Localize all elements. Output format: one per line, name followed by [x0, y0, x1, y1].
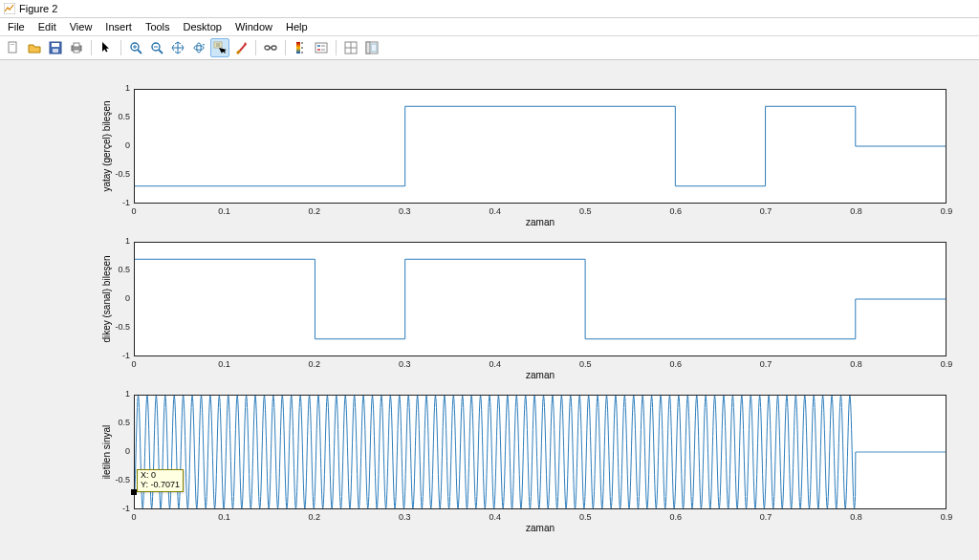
svg-rect-25 — [296, 42, 300, 54]
y-axis-label: yatay (gerçel) bileşen — [101, 89, 112, 204]
x-tick: 0.5 — [574, 206, 597, 216]
x-tick: 0.3 — [393, 512, 416, 522]
menu-desktop[interactable]: Desktop — [184, 21, 222, 32]
x-tick: 0.4 — [484, 206, 507, 216]
svg-rect-7 — [74, 43, 79, 47]
zoom-in-icon[interactable] — [126, 38, 145, 57]
plot-tools-icon[interactable] — [362, 38, 381, 57]
svg-rect-0 — [4, 3, 15, 14]
datatip-y: Y: -0.7071 — [141, 481, 180, 490]
rotate3d-icon[interactable] — [189, 38, 208, 57]
x-tick: 0 — [122, 512, 145, 522]
figure-toolbar — [0, 36, 979, 60]
menu-file[interactable]: File — [8, 21, 25, 32]
window-title: Figure 2 — [19, 3, 57, 14]
x-tick: 0.6 — [664, 512, 687, 522]
menu-view[interactable]: View — [70, 21, 93, 32]
data-cursor-marker — [131, 489, 137, 495]
data-cursor-icon[interactable] — [210, 38, 229, 57]
x-tick: 0.1 — [212, 359, 235, 369]
save-icon[interactable] — [46, 38, 65, 57]
x-tick: 0.9 — [935, 206, 958, 216]
svg-rect-18 — [214, 42, 222, 48]
svg-rect-8 — [74, 50, 79, 53]
x-tick: 0.6 — [664, 206, 687, 216]
open-icon[interactable] — [25, 38, 44, 57]
colorbar-icon[interactable] — [291, 38, 310, 57]
x-axis-label: zaman — [134, 370, 946, 380]
axes-2[interactable] — [134, 242, 946, 356]
x-axis-label: zaman — [134, 523, 946, 533]
y-axis-label: iletilen sinyal — [101, 395, 112, 509]
x-tick: 0.9 — [935, 512, 958, 522]
axes-3[interactable] — [134, 395, 946, 509]
svg-rect-29 — [315, 43, 327, 53]
legend-icon[interactable] — [312, 38, 331, 57]
subplot-icon[interactable] — [341, 38, 360, 57]
x-tick: 0.1 — [212, 206, 235, 216]
x-tick: 0 — [122, 206, 145, 216]
svg-rect-38 — [366, 42, 370, 54]
x-tick: 0.2 — [303, 512, 326, 522]
x-tick: 0.3 — [393, 359, 416, 369]
x-tick: 0.7 — [754, 206, 777, 216]
x-tick: 0.7 — [754, 512, 777, 522]
x-tick: 0.5 — [574, 359, 597, 369]
toolbar-separator — [255, 40, 256, 55]
menu-edit[interactable]: Edit — [38, 21, 56, 32]
menu-help[interactable]: Help — [286, 21, 308, 32]
x-tick: 0.5 — [574, 512, 597, 522]
plot-line-3 — [135, 396, 946, 508]
title-bar: Figure 2 — [0, 0, 979, 18]
svg-line-14 — [159, 50, 163, 54]
x-tick: 0.2 — [303, 206, 326, 216]
figure-app-icon — [4, 3, 15, 14]
svg-point-16 — [194, 46, 204, 50]
x-tick: 0.7 — [754, 359, 777, 369]
svg-line-21 — [240, 44, 246, 51]
svg-rect-5 — [53, 49, 58, 53]
x-tick: 0.4 — [484, 512, 507, 522]
menu-bar: File Edit View Insert Tools Desktop Wind… — [0, 18, 979, 36]
toolbar-separator — [91, 40, 92, 55]
new-figure-icon[interactable] — [4, 38, 23, 57]
menu-window[interactable]: Window — [235, 21, 272, 32]
x-tick: 0.1 — [212, 512, 235, 522]
menu-insert[interactable]: Insert — [105, 21, 132, 32]
x-tick: 0.6 — [664, 359, 687, 369]
x-axis-label: zaman — [134, 217, 946, 227]
svg-rect-4 — [52, 43, 59, 47]
toolbar-separator — [285, 40, 286, 55]
plot-line-2 — [135, 259, 946, 338]
y-axis-label: dikey (sanal) bileşen — [101, 242, 112, 356]
figure-canvas: -1-0.500.5100.10.20.30.40.50.60.70.80.9z… — [0, 60, 979, 560]
svg-rect-1 — [9, 42, 16, 53]
x-tick: 0.3 — [393, 206, 416, 216]
brush-icon[interactable] — [231, 38, 250, 57]
plot-line-1 — [135, 106, 946, 185]
menu-tools[interactable]: Tools — [145, 21, 170, 32]
svg-rect-2 — [11, 44, 14, 45]
data-cursor-tooltip[interactable]: X: 0Y: -0.7071 — [137, 469, 184, 492]
pan-icon[interactable] — [168, 38, 187, 57]
toolbar-separator — [336, 40, 337, 55]
link-icon[interactable] — [261, 38, 280, 57]
x-tick: 0 — [122, 359, 145, 369]
svg-line-10 — [138, 50, 141, 54]
svg-point-17 — [197, 43, 201, 53]
svg-rect-39 — [371, 44, 377, 52]
x-tick: 0.8 — [845, 512, 868, 522]
x-tick: 0.4 — [484, 359, 507, 369]
x-tick: 0.2 — [303, 359, 326, 369]
toolbar-separator — [120, 40, 121, 55]
pointer-icon[interactable] — [97, 38, 116, 57]
x-tick: 0.8 — [845, 206, 868, 216]
axes-1[interactable] — [134, 89, 946, 204]
print-icon[interactable] — [67, 38, 86, 57]
x-tick: 0.8 — [845, 359, 868, 369]
x-tick: 0.9 — [935, 359, 958, 369]
zoom-out-icon[interactable] — [147, 38, 166, 57]
